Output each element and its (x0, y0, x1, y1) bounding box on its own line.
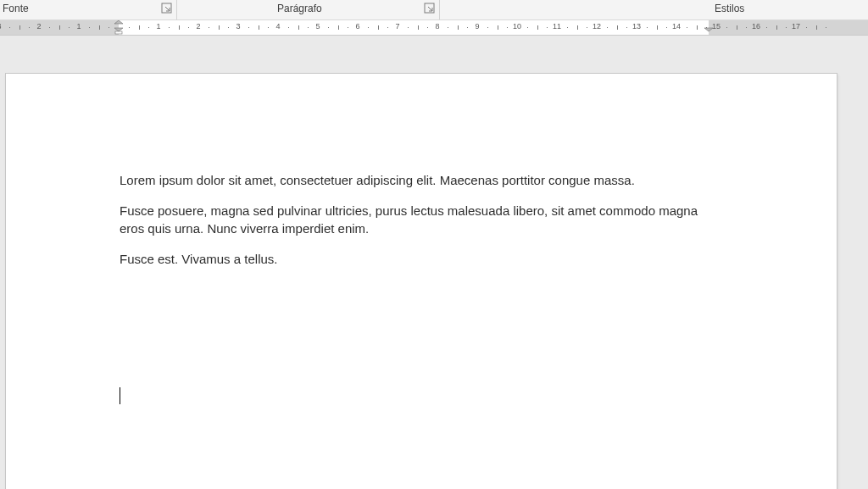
svg-marker-3 (114, 28, 123, 31)
editing-area: Lorem ipsum dolor sit amet, consectetuer… (0, 73, 868, 489)
document-body[interactable]: Lorem ipsum dolor sit amet, consectetuer… (120, 172, 718, 281)
paragraph[interactable]: Lorem ipsum dolor sit amet, consectetuer… (120, 172, 718, 189)
ruler-margin-right (709, 20, 868, 35)
horizontal-ruler[interactable]: 3211234567891011121314151617 (0, 20, 868, 36)
ruler-active-area (119, 20, 709, 35)
ribbon-group-labels: Fonte Parágrafo Estilos (0, 0, 868, 20)
left-indent-marker-icon[interactable] (114, 20, 123, 35)
group-separator (176, 0, 177, 19)
svg-marker-5 (704, 28, 713, 31)
group-separator (439, 0, 440, 19)
right-indent-marker-icon[interactable] (704, 20, 713, 35)
svg-rect-4 (115, 31, 122, 34)
dialog-launcher-fonte-icon[interactable] (161, 3, 173, 14)
group-label-estilos: Estilos (715, 3, 744, 14)
space-above-page (0, 36, 868, 73)
document-page[interactable]: Lorem ipsum dolor sit amet, consectetuer… (5, 73, 837, 489)
paragraph[interactable]: Fusce est. Vivamus a tellus. (120, 251, 718, 268)
group-label-paragrafo: Parágrafo (277, 3, 322, 14)
ruler-margin-left (0, 20, 119, 35)
paragraph[interactable]: Fusce posuere, magna sed pulvinar ultric… (120, 203, 718, 237)
dialog-launcher-paragrafo-icon[interactable] (424, 3, 436, 14)
group-label-fonte: Fonte (3, 3, 29, 14)
svg-marker-2 (114, 20, 123, 24)
text-cursor (120, 387, 120, 404)
